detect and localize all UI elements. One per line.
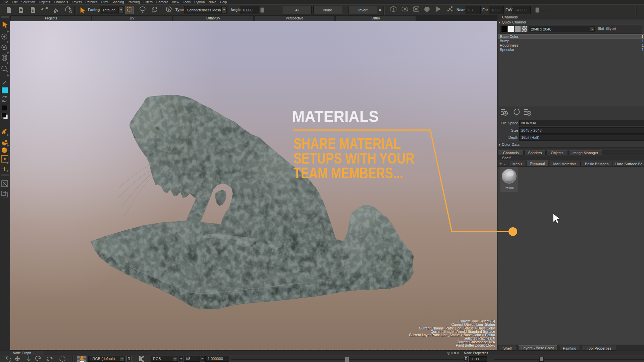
svg-text:Patina: Patina [505, 186, 514, 190]
